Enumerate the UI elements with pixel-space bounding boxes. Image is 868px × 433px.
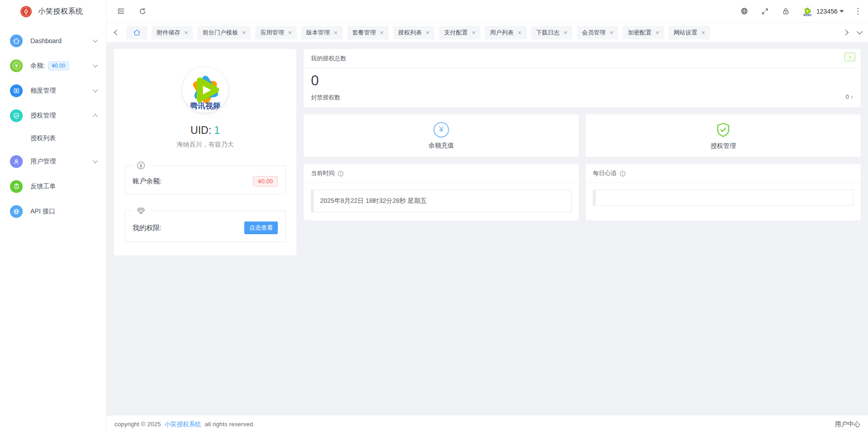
daily-quote-input[interactable] [593, 190, 853, 206]
sidebar-item-label: 额度管理 [30, 87, 56, 95]
avatar: 腾讯视频 [802, 5, 813, 17]
user-menu[interactable]: 腾讯视频 123456 [802, 5, 844, 17]
tab[interactable]: 支付配置 × [439, 26, 480, 39]
shield-check-icon [10, 109, 23, 122]
tab[interactable]: 加密配置 × [623, 26, 664, 39]
sidebar-item-label: Dashboard [30, 37, 62, 44]
tab-label: 套餐管理 [352, 29, 376, 37]
collapse-sidebar-icon[interactable] [116, 6, 126, 16]
profile-card: 腾讯视频 UID:1 海纳百川，有容乃大 [114, 49, 296, 256]
view-permission-button[interactable]: 点击查看 [244, 221, 278, 234]
brand-title: 小笑授权系统 [38, 7, 83, 16]
tab[interactable]: 下载日志 × [531, 26, 572, 39]
tab-label: 网站设置 [674, 29, 697, 37]
sidebar-item-users[interactable]: 用户管理 [0, 149, 106, 174]
brand-link[interactable]: 小笑授权系统 [164, 421, 201, 428]
balance-amount-badge: ¥0.00 [48, 61, 69, 70]
user-center-link[interactable]: 用户中心 [835, 420, 860, 428]
auth-manage-label: 授权管理 [710, 142, 736, 150]
tab-close-icon[interactable]: × [334, 30, 338, 36]
tab-close-icon[interactable]: × [656, 30, 659, 36]
tab-close-icon[interactable]: × [242, 30, 246, 36]
tab-home[interactable] [126, 26, 147, 39]
uid-label: UID: [191, 124, 212, 136]
app-window: 小笑授权系统 Dashboard ¥ 余额: ¥0.00 [0, 0, 868, 433]
banned-auth-value: 0 ↑ [846, 93, 853, 102]
brand-logo-icon [20, 5, 32, 18]
tab[interactable]: 会员管理 × [577, 26, 618, 39]
refresh-icon[interactable] [138, 6, 148, 16]
sidebar-item-feedback[interactable]: 反馈工单 [0, 174, 106, 199]
sidebar-subitem-label: 授权列表 [30, 134, 56, 143]
tab-label: 授权列表 [398, 29, 422, 37]
tab-label: 版本管理 [306, 29, 330, 37]
right-column: 我的授权总数 ↑ 0 封禁授权数 0 ↑ [304, 49, 861, 221]
fullscreen-icon[interactable] [760, 6, 770, 16]
tab-close-icon[interactable]: × [610, 30, 613, 36]
auth-manage-shortcut-card[interactable]: 授权管理 [586, 114, 861, 157]
recharge-shortcut-card[interactable]: ¥ 余额充值 [304, 114, 579, 157]
tab-label: 应用管理 [260, 29, 284, 37]
yen-circle-icon [136, 161, 146, 170]
total-auth-count: 0 [311, 73, 853, 89]
tab-close-icon[interactable]: × [380, 30, 384, 36]
sidebar-item-dashboard[interactable]: Dashboard [0, 28, 106, 53]
permission-label: 我的权限: [133, 224, 162, 232]
sidebar-item-label: 反馈工单 [30, 182, 56, 191]
brand-logo-row[interactable]: 小笑授权系统 [0, 0, 106, 23]
language-globe-icon[interactable] [739, 6, 749, 16]
caret-down-icon [839, 10, 844, 13]
svg-text:腾讯视频: 腾讯视频 [804, 14, 812, 17]
tab-close-icon[interactable]: × [701, 30, 705, 36]
tab-label: 加密配置 [628, 29, 651, 37]
tab[interactable]: 套餐管理 × [347, 26, 389, 39]
more-options-icon[interactable]: ⋮ [854, 6, 862, 16]
tab[interactable]: 前台门户模板 × [197, 26, 251, 39]
home-tab-icon [133, 29, 141, 36]
yen-icon: ¥ [10, 59, 23, 72]
dashboard-content: 腾讯视频 UID:1 海纳百川，有容乃大 [107, 43, 868, 415]
tab-close-icon[interactable]: × [472, 30, 475, 36]
gem-icon [136, 206, 146, 216]
auth-stats-card: 我的授权总数 ↑ 0 封禁授权数 0 ↑ [304, 49, 861, 108]
tab[interactable]: 版本管理 × [301, 26, 343, 39]
sidebar-item-balance[interactable]: ¥ 余额: ¥0.00 [0, 53, 106, 78]
tabs-menu-icon[interactable] [857, 29, 863, 34]
tab[interactable]: 用户列表 × [485, 26, 526, 39]
tab[interactable]: 附件储存 × [152, 26, 193, 39]
chevron-down-icon [93, 158, 98, 163]
info-icon [619, 170, 626, 177]
tab-label: 支付配置 [444, 29, 468, 37]
profile-avatar: 腾讯视频 [182, 67, 228, 113]
username: 123456 [816, 8, 838, 15]
trend-up-badge[interactable]: ↑ [844, 53, 855, 61]
balance-box: 账户余额: ¥0.00 [125, 161, 286, 194]
info-icon [337, 170, 344, 177]
sidebar: 小笑授权系统 Dashboard ¥ 余额: ¥0.00 [0, 0, 107, 433]
chevron-down-icon [93, 87, 98, 92]
tab[interactable]: 网站设置 × [669, 26, 710, 39]
sidebar-item-authorization[interactable]: 授权管理 [0, 103, 106, 128]
sidebar-item-label: 用户管理 [30, 157, 56, 166]
tab-close-icon[interactable]: × [518, 30, 521, 36]
sidebar-item-quota[interactable]: 额度管理 [0, 78, 106, 103]
current-time-card: 当前时间 2025年8月22日 18时32分28秒 星期五 [304, 164, 579, 221]
sidebar-item-label: 授权管理 [30, 112, 56, 120]
chevron-down-icon [93, 62, 98, 67]
tab-close-icon[interactable]: × [426, 30, 429, 36]
sidebar-subitem-auth-list[interactable]: 授权列表 [0, 128, 106, 149]
tab-label: 附件储存 [157, 29, 180, 37]
tabs-scroll-right-icon[interactable] [843, 30, 848, 35]
sidebar-item-api[interactable]: API 接口 [0, 199, 106, 224]
tab[interactable]: 授权列表 × [393, 26, 434, 39]
tab-close-icon[interactable]: × [288, 30, 291, 36]
tab-close-icon[interactable]: × [184, 30, 188, 36]
tab[interactable]: 应用管理 × [255, 26, 296, 39]
recharge-label: 余额充值 [429, 142, 454, 150]
tab-close-icon[interactable]: × [564, 30, 567, 36]
lock-icon[interactable] [781, 6, 791, 16]
tabs-scroll-left-icon[interactable] [114, 30, 120, 35]
time-card-title: 当前时间 [311, 169, 335, 177]
footer: copyright © 2025 小笑授权系统 all rights reser… [107, 415, 868, 433]
tab-list: 附件储存 × 前台门户模板 × 应用管理 × 版本管理 × 套餐管理 × [126, 26, 835, 39]
